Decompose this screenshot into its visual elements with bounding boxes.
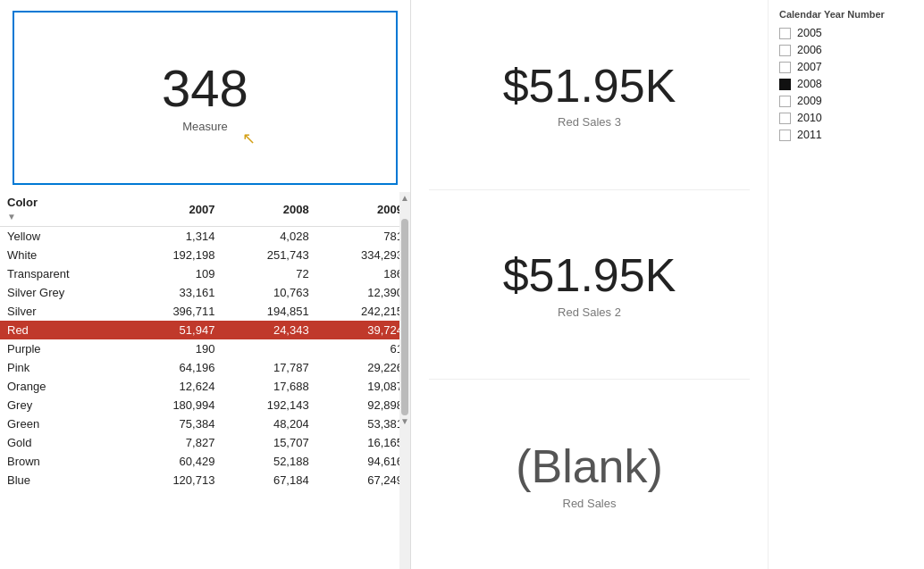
cell-color: Brown xyxy=(0,452,128,471)
middle-panel: $51.95K Red Sales 3 $51.95K Red Sales 2 … xyxy=(411,0,768,569)
legend-checkbox[interactable] xyxy=(779,96,791,107)
cell-num: 24,343 xyxy=(222,321,315,339)
scrollbar[interactable]: ▲ ▼ xyxy=(399,192,410,569)
cell-num: 72 xyxy=(222,264,315,283)
col-color[interactable]: Color▼ xyxy=(0,192,128,227)
cell-num: 33,161 xyxy=(128,283,222,302)
cell-num: 12,390 xyxy=(316,283,410,302)
legend-checkbox[interactable] xyxy=(779,113,791,124)
cell-color: Red xyxy=(0,321,128,339)
cell-num: 92,898 xyxy=(316,396,410,414)
table-row: Silver Grey33,16110,76312,390 xyxy=(0,283,410,302)
cell-num: 186 xyxy=(316,264,410,283)
table-row: Yellow1,3144,028781 xyxy=(0,227,410,247)
cell-num: 1,314 xyxy=(128,227,222,247)
kpi-value-2: $51.95K xyxy=(503,250,676,301)
legend-item[interactable]: 2011 xyxy=(779,129,913,141)
table-header-row: Color▼ 2007 2008 2009 xyxy=(0,192,410,227)
cell-num: 242,215 xyxy=(316,302,410,321)
table-row: Blue120,71367,18467,249 xyxy=(0,471,410,490)
kpi-card-2: $51.95K Red Sales 2 xyxy=(429,190,750,381)
right-panel: Calendar Year Number 2005200620072008200… xyxy=(768,0,924,569)
cell-color: Silver Grey xyxy=(0,283,128,302)
legend-checkbox[interactable] xyxy=(779,45,791,56)
cell-num: 781 xyxy=(316,227,410,247)
legend-item[interactable]: 2010 xyxy=(779,112,913,124)
table-row: Red51,94724,34339,724 xyxy=(0,321,410,339)
scroll-up-arrow[interactable]: ▲ xyxy=(400,192,409,205)
cell-color: Transparent xyxy=(0,264,128,283)
cell-num: 120,713 xyxy=(128,471,222,490)
table-row: Purple19061 xyxy=(0,339,410,358)
legend-year-label: 2009 xyxy=(797,95,822,107)
measure-card: 348 Measure ↖ xyxy=(13,11,398,185)
cell-num: 60,429 xyxy=(128,452,222,471)
legend-items: 2005200620072008200920102011 xyxy=(779,27,913,141)
legend-year-label: 2011 xyxy=(797,129,822,141)
cell-num: 190 xyxy=(128,339,222,358)
table-row: Gold7,82715,70716,165 xyxy=(0,433,410,452)
cell-num: 75,384 xyxy=(128,414,222,433)
legend-year-label: 2006 xyxy=(797,44,822,56)
legend-year-label: 2007 xyxy=(797,61,822,73)
col-2007[interactable]: 2007 xyxy=(128,192,222,227)
cell-color: Silver xyxy=(0,302,128,321)
cell-num: 67,249 xyxy=(316,471,410,490)
sort-arrow: ▼ xyxy=(7,212,16,222)
cell-color: Pink xyxy=(0,358,128,377)
cell-color: Grey xyxy=(0,396,128,414)
cell-num: 53,381 xyxy=(316,414,410,433)
cell-num: 52,188 xyxy=(222,452,315,471)
table-row: Orange12,62417,68819,087 xyxy=(0,377,410,396)
legend-item[interactable]: 2005 xyxy=(779,27,913,39)
kpi-card-1: $51.95K Red Sales 3 xyxy=(429,0,750,190)
kpi-blank-value: (Blank) xyxy=(516,439,663,493)
cell-num: 4,028 xyxy=(222,227,315,247)
cell-num: 15,707 xyxy=(222,433,315,452)
legend-checkbox[interactable] xyxy=(779,28,791,39)
legend-item[interactable]: 2006 xyxy=(779,44,913,56)
legend-year-label: 2010 xyxy=(797,112,822,124)
cell-num: 17,688 xyxy=(222,377,315,396)
cell-num: 7,827 xyxy=(128,433,222,452)
cell-num: 64,196 xyxy=(128,358,222,377)
legend-title: Calendar Year Number xyxy=(779,9,913,20)
legend-checkbox[interactable] xyxy=(779,79,791,90)
col-2008[interactable]: 2008 xyxy=(222,192,315,227)
table-row: White192,198251,743334,293 xyxy=(0,246,410,264)
scroll-down-arrow[interactable]: ▼ xyxy=(400,415,409,428)
cell-num: 192,143 xyxy=(222,396,315,414)
legend-checkbox[interactable] xyxy=(779,130,791,141)
cell-num: 39,724 xyxy=(316,321,410,339)
cell-color: Gold xyxy=(0,433,128,452)
cursor-icon: ↖ xyxy=(242,129,256,148)
cell-color: Blue xyxy=(0,471,128,490)
cell-color: Purple xyxy=(0,339,128,358)
legend-year-label: 2005 xyxy=(797,27,822,39)
cell-num: 10,763 xyxy=(222,283,315,302)
cell-num xyxy=(222,339,315,358)
table-row: Silver396,711194,851242,215 xyxy=(0,302,410,321)
cell-num: 251,743 xyxy=(222,246,315,264)
measure-label: Measure xyxy=(182,120,228,133)
cell-num: 16,165 xyxy=(316,433,410,452)
legend-year-label: 2008 xyxy=(797,78,822,90)
data-table: Color▼ 2007 2008 2009 Yellow1,3144,02878… xyxy=(0,192,410,490)
cell-num: 61 xyxy=(316,339,410,358)
cell-num: 194,851 xyxy=(222,302,315,321)
cell-color: Green xyxy=(0,414,128,433)
cell-num: 192,198 xyxy=(128,246,222,264)
scroll-thumb[interactable] xyxy=(401,219,408,415)
legend-item[interactable]: 2007 xyxy=(779,61,913,73)
cell-num: 29,226 xyxy=(316,358,410,377)
cell-num: 94,616 xyxy=(316,452,410,471)
col-2009[interactable]: 2009 xyxy=(316,192,410,227)
legend-item[interactable]: 2009 xyxy=(779,95,913,107)
cell-color: Yellow xyxy=(0,227,128,247)
legend-checkbox[interactable] xyxy=(779,62,791,73)
table-row: Grey180,994192,14392,898 xyxy=(0,396,410,414)
legend-item[interactable]: 2008 xyxy=(779,78,913,90)
table-container: Color▼ 2007 2008 2009 Yellow1,3144,02878… xyxy=(0,192,410,569)
kpi-label-3: Red Sales xyxy=(563,497,617,510)
cell-num: 334,293 xyxy=(316,246,410,264)
